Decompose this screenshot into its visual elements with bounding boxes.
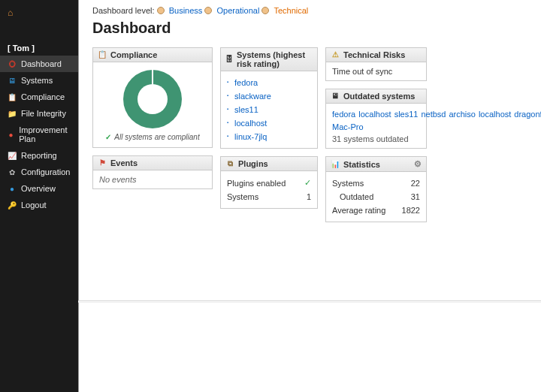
- outdated-summary: 31 systems outdated: [332, 133, 420, 143]
- compliance-status-text: All systems are compliant: [114, 133, 199, 141]
- risk-system-link[interactable]: localhost: [234, 116, 311, 130]
- nav-item-logout[interactable]: 🔑Logout: [0, 197, 78, 213]
- persona-icon: [157, 7, 165, 14]
- page-title: Dashboard: [92, 20, 527, 37]
- level-label: Dashboard level:: [92, 6, 155, 15]
- configuration-icon: ✿: [8, 167, 17, 176]
- outdated-icon: 🖥: [331, 92, 340, 101]
- outdated-system-link[interactable]: archiso: [449, 110, 475, 119]
- level-operational[interactable]: Operational: [216, 6, 259, 15]
- improvement-plan-icon: ●: [8, 130, 14, 139]
- level-business[interactable]: Business: [169, 6, 203, 15]
- panel-title: Statistics: [343, 160, 380, 169]
- systems-risk-panel: 🗄Systems (highest risk rating) fedorasla…: [220, 47, 318, 149]
- outdated-panel: 🖥Outdated systems fedoralocalhostsles11n…: [325, 89, 427, 149]
- dashboard-grid: 📋Compliance ✓All systems are compliant ⚑…: [92, 47, 527, 222]
- nav-item-dashboard[interactable]: 🞇Dashboard: [0, 56, 78, 72]
- nav-label: File Integrity: [21, 109, 66, 118]
- stat-row: Average rating1822: [332, 204, 420, 217]
- current-user: [ Tom ]: [0, 41, 78, 56]
- nav-list: 🞇Dashboard🖥Systems📋Compliance📁File Integ…: [0, 56, 78, 213]
- nav-label: Reporting: [21, 151, 57, 160]
- outdated-links: fedoralocalhostsles11netbsdarchisolocalh…: [332, 108, 420, 133]
- stat-value: 1822: [402, 206, 420, 215]
- outdated-system-link[interactable]: netbsd: [421, 110, 446, 119]
- warning-icon: ⚠: [331, 50, 340, 59]
- systems-icon: 🖥: [8, 76, 17, 85]
- compliance-donut-chart: [123, 70, 182, 128]
- stat-key: Average rating: [332, 206, 385, 215]
- nav-label: Improvement Plan: [19, 125, 71, 143]
- nav-label: Overview: [21, 184, 56, 193]
- stat-value: 31: [411, 192, 420, 201]
- panel-title: Events: [110, 158, 138, 167]
- file-integrity-icon: 📁: [8, 109, 17, 118]
- clipboard-icon: 📋: [98, 50, 107, 59]
- logout-icon: 🔑: [8, 201, 17, 210]
- plugins-body: Plugins enabled✓Systems1: [221, 171, 317, 208]
- nav-label: Logout: [21, 201, 47, 210]
- persona-icon: [204, 7, 212, 14]
- risk-system-link[interactable]: sles11: [234, 103, 311, 116]
- statistics-panel: 📊Statistics⚙ Systems22Outdated31Average …: [325, 156, 427, 222]
- compliance-panel: 📋Compliance ✓All systems are compliant: [92, 47, 213, 148]
- nav-label: Compliance: [21, 92, 65, 101]
- nav-item-file-integrity[interactable]: 📁File Integrity: [0, 105, 78, 122]
- plugin-value: ✓: [304, 178, 311, 188]
- nav-label: Systems: [21, 76, 53, 85]
- nav-item-overview[interactable]: ●Overview: [0, 180, 78, 197]
- flag-icon: ⚑: [98, 158, 107, 167]
- sidebar: ⌂ [ Tom ] 🞇Dashboard🖥Systems📋Compliance📁…: [0, 0, 78, 392]
- outdated-system-link[interactable]: fedora: [332, 110, 355, 119]
- main-content: Dashboard level: Business Operational Te…: [78, 0, 541, 392]
- nav-item-compliance[interactable]: 📋Compliance: [0, 89, 78, 105]
- risk-system-link[interactable]: slackware: [234, 89, 311, 103]
- plugins-panel: ⧉Plugins Plugins enabled✓Systems1: [220, 156, 318, 209]
- nav-item-improvement-plan[interactable]: ●Improvement Plan: [0, 122, 78, 147]
- outdated-system-link[interactable]: localhost: [358, 110, 391, 119]
- panel-title: Systems (highest risk rating): [237, 50, 313, 68]
- nav-item-systems[interactable]: 🖥Systems: [0, 72, 78, 89]
- panel-title: Compliance: [110, 50, 157, 59]
- stat-value: 22: [411, 179, 420, 188]
- check-icon: ✓: [105, 133, 111, 141]
- compliance-icon: 📋: [8, 92, 17, 101]
- plugin-row: Plugins enabled✓: [227, 176, 311, 190]
- outdated-system-link[interactable]: dragonfly: [514, 110, 541, 119]
- servers-icon: 🗄: [225, 55, 233, 64]
- overview-icon: ●: [8, 184, 17, 193]
- stat-row: Outdated31: [332, 190, 420, 204]
- plugin-key: Systems: [227, 192, 258, 201]
- nav-item-reporting[interactable]: 📈Reporting: [0, 147, 78, 164]
- footer-divider: [78, 300, 541, 303]
- events-panel: ⚑Events No events: [92, 155, 213, 189]
- technical-risk-item: Time out of sync: [326, 62, 426, 80]
- stat-key: Systems: [332, 179, 364, 188]
- plugin-key: Plugins enabled: [227, 179, 286, 188]
- outdated-system-link[interactable]: sles11: [394, 110, 419, 119]
- plugin-value: 1: [307, 192, 311, 201]
- technical-risks-panel: ⚠Technical Risks Time out of sync: [325, 47, 427, 81]
- dashboard-level-bar: Dashboard level: Business Operational Te…: [92, 6, 527, 15]
- stat-key: Outdated: [332, 192, 373, 201]
- stats-icon: 📊: [331, 160, 340, 169]
- stats-body: Systems22Outdated31Average rating1822: [326, 172, 426, 222]
- events-empty: No events: [93, 170, 212, 188]
- risk-system-list: fedoraslackwaresles11localhostlinux-7jlq: [227, 76, 311, 143]
- home-button[interactable]: ⌂: [0, 6, 78, 41]
- plugin-icon: ⧉: [225, 159, 234, 168]
- outdated-system-link[interactable]: localhost: [479, 110, 511, 119]
- stat-row: Systems22: [332, 176, 420, 190]
- risk-system-link[interactable]: fedora: [234, 76, 311, 89]
- nav-label: Dashboard: [21, 59, 62, 68]
- persona-icon: [261, 7, 269, 14]
- gear-icon[interactable]: ⚙: [414, 159, 422, 169]
- risk-system-link[interactable]: linux-7jlq: [234, 130, 311, 143]
- reporting-icon: 📈: [8, 151, 17, 160]
- dashboard-icon: 🞇: [8, 59, 17, 68]
- panel-title: Outdated systems: [343, 92, 415, 101]
- nav-item-configuration[interactable]: ✿Configuration: [0, 164, 78, 180]
- level-technical[interactable]: Technical: [274, 6, 308, 15]
- plugin-row: Systems1: [227, 190, 311, 204]
- nav-label: Configuration: [21, 167, 70, 176]
